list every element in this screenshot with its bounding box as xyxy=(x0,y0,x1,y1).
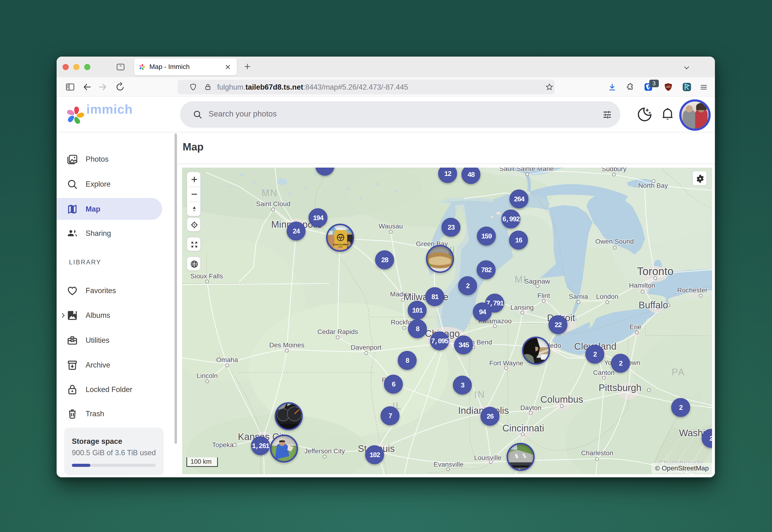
svg-text:Des Moines: Des Moines xyxy=(269,341,304,349)
svg-text:1,261: 1,261 xyxy=(252,442,270,450)
svg-text:2: 2 xyxy=(709,435,712,443)
svg-text:Sault Sainte Marie: Sault Sainte Marie xyxy=(500,168,554,172)
svg-text:16: 16 xyxy=(515,237,522,245)
svg-text:PA: PA xyxy=(672,367,685,377)
svg-text:MI: MI xyxy=(515,274,527,285)
svg-text:Hamilton: Hamilton xyxy=(629,282,655,289)
svg-text:Lincoln: Lincoln xyxy=(197,372,218,379)
svg-text:EAUX CLAIRES: EAUX CLAIRES xyxy=(333,243,348,246)
svg-text:Charleston: Charleston xyxy=(581,449,613,457)
svg-text:Buffalo: Buffalo xyxy=(639,300,668,310)
svg-text:Topeka: Topeka xyxy=(212,441,234,449)
svg-text:2: 2 xyxy=(619,360,623,368)
svg-text:94: 94 xyxy=(479,309,486,316)
svg-text:North Bay: North Bay xyxy=(638,182,668,189)
svg-text:Flint: Flint xyxy=(538,292,550,299)
svg-text:2: 2 xyxy=(466,282,470,290)
svg-text:2: 2 xyxy=(679,404,683,412)
svg-text:28: 28 xyxy=(381,256,389,264)
svg-text:159: 159 xyxy=(481,233,492,241)
svg-text:Columbus: Columbus xyxy=(540,394,583,405)
svg-text:7,095: 7,095 xyxy=(431,338,449,345)
svg-text:IN: IN xyxy=(474,389,485,400)
svg-text:3: 3 xyxy=(461,382,465,390)
svg-text:Sudbury: Sudbury xyxy=(602,168,627,173)
svg-text:8: 8 xyxy=(406,357,409,365)
svg-text:101: 101 xyxy=(412,307,423,315)
svg-text:24: 24 xyxy=(293,228,300,236)
svg-text:Evansville: Evansville xyxy=(434,461,464,468)
svg-text:782: 782 xyxy=(481,266,492,274)
svg-text:Omaha: Omaha xyxy=(216,356,238,363)
svg-text:Saint Cloud: Saint Cloud xyxy=(256,200,291,208)
svg-text:6,992: 6,992 xyxy=(502,216,520,223)
svg-text:Jefferson City: Jefferson City xyxy=(304,447,345,455)
svg-text:81: 81 xyxy=(432,293,439,301)
svg-text:23: 23 xyxy=(448,224,455,232)
svg-text:6: 6 xyxy=(392,381,396,389)
svg-text:Rochester: Rochester xyxy=(677,286,708,294)
svg-text:Davenport: Davenport xyxy=(350,344,381,351)
svg-text:22: 22 xyxy=(555,321,562,329)
svg-text:Canton: Canton xyxy=(593,369,615,376)
svg-text:48: 48 xyxy=(468,171,475,179)
svg-text:7: 7 xyxy=(389,412,392,420)
svg-text:Fort Wayne: Fort Wayne xyxy=(489,359,524,367)
svg-text:MN: MN xyxy=(262,188,278,198)
svg-text:264: 264 xyxy=(514,196,525,203)
svg-text:Erie: Erie xyxy=(630,323,641,331)
svg-text:2: 2 xyxy=(593,351,597,359)
svg-text:Cincinnati: Cincinnati xyxy=(502,423,544,433)
svg-text:8: 8 xyxy=(416,325,420,333)
svg-text:102: 102 xyxy=(369,451,380,459)
svg-text:Sarnia: Sarnia xyxy=(569,293,588,300)
svg-text:Sioux Falls: Sioux Falls xyxy=(190,272,223,280)
svg-text:Dayton: Dayton xyxy=(520,404,542,411)
svg-text:London: London xyxy=(596,293,618,300)
svg-text:Owen Sound: Owen Sound xyxy=(595,238,634,245)
svg-text:Lansing: Lansing xyxy=(510,304,534,311)
svg-text:Saginaw: Saginaw xyxy=(525,278,550,285)
svg-text:12: 12 xyxy=(444,170,452,178)
svg-text:Pittsburgh: Pittsburgh xyxy=(599,382,641,393)
svg-text:Cedar Rapids: Cedar Rapids xyxy=(317,328,358,335)
svg-text:Wausau: Wausau xyxy=(378,222,403,230)
svg-text:345: 345 xyxy=(458,342,469,349)
svg-text:Louisville: Louisville xyxy=(474,454,501,461)
svg-text:194: 194 xyxy=(313,214,324,222)
svg-text:uO: uO xyxy=(666,85,670,88)
svg-text:Toronto: Toronto xyxy=(637,265,673,277)
svg-text:26: 26 xyxy=(487,413,494,421)
